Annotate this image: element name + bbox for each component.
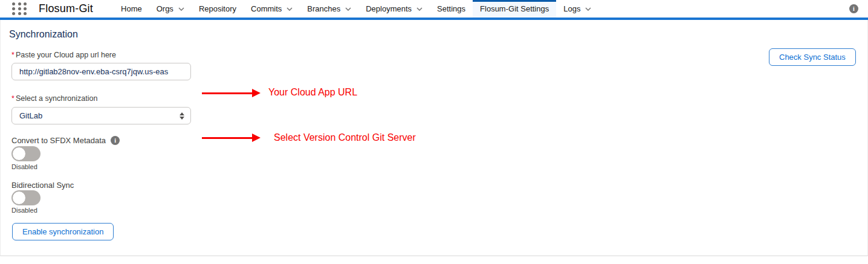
required-asterisk: * (11, 94, 15, 103)
info-icon[interactable]: i (111, 136, 120, 145)
nav-spacer (598, 0, 849, 18)
convert-sfdx-state: Disabled (11, 163, 37, 170)
select-synchronization-label: *Select a synchronization (11, 94, 97, 103)
bidirectional-sync-toggle[interactable] (11, 190, 40, 205)
annotation-select-git-server: Select Version Control Git Server (274, 132, 416, 143)
nav-item-orgs[interactable]: Orgs (149, 0, 192, 18)
nav-item-settings[interactable]: Settings (430, 0, 473, 18)
convert-sfdx-toggle[interactable] (11, 146, 40, 161)
synchronization-select-value: GitLab (19, 111, 180, 120)
bidirectional-sync-state: Disabled (11, 207, 37, 214)
page-title: Synchronization (9, 29, 78, 40)
convert-sfdx-label: Convert to SFDX Metadata i (11, 136, 120, 145)
nav-item-commits[interactable]: Commits (244, 0, 300, 18)
app-title: Flosum-Git (39, 2, 93, 15)
chevron-down-icon (287, 7, 293, 11)
stepper-arrows-icon (180, 112, 184, 120)
synchronization-panel: Synchronization Check Sync Status *Paste… (0, 20, 868, 256)
nav-item-deployments[interactable]: Deployments (358, 0, 430, 18)
red-arrow-icon (202, 89, 261, 97)
red-arrow-icon (202, 134, 261, 142)
nav-item-repository[interactable]: Repository (192, 0, 244, 18)
app-launcher-icon[interactable] (12, 2, 28, 16)
chevron-down-icon (585, 7, 591, 11)
nav-tabs: Home Orgs Repository Commits Branches De… (114, 0, 598, 18)
toggle-knob (12, 191, 26, 205)
check-sync-status-button[interactable]: Check Sync Status (769, 48, 856, 66)
cloud-app-url-label: *Paste your Cloud app url here (11, 51, 116, 59)
nav-item-flosum-git-settings[interactable]: Flosum-Git Settings (473, 0, 556, 18)
synchronization-select[interactable]: GitLab (11, 107, 191, 124)
info-icon[interactable]: i (849, 4, 858, 13)
chevron-down-icon (345, 7, 351, 11)
chevron-down-icon (178, 7, 184, 11)
required-asterisk: * (11, 51, 15, 59)
cloud-app-url-input[interactable] (11, 63, 191, 80)
top-navigation-bar: Flosum-Git Home Orgs Repository Commits … (0, 0, 868, 20)
chevron-down-icon (416, 7, 423, 11)
annotation-cloud-app-url: Your Cloud App URL (268, 87, 357, 98)
bidirectional-sync-label: Bidirectional Sync (11, 181, 74, 190)
nav-item-branches[interactable]: Branches (300, 0, 358, 18)
nav-item-logs[interactable]: Logs (556, 0, 598, 18)
toggle-knob (12, 147, 26, 161)
enable-synchronization-button[interactable]: Enable synchronization (12, 223, 114, 240)
nav-item-home[interactable]: Home (114, 0, 149, 18)
